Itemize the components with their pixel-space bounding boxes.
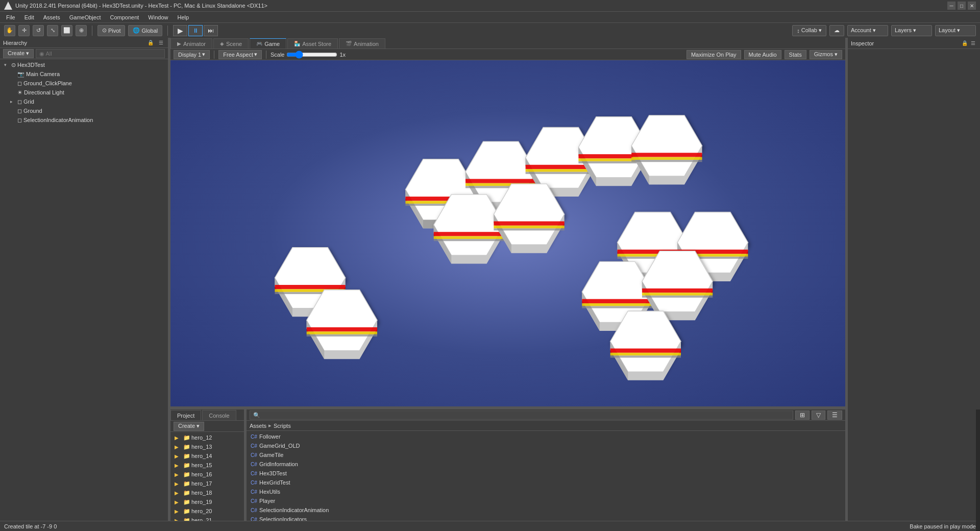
breadcrumb-scripts[interactable]: Scripts (274, 423, 291, 429)
hierarchy-item-dirlight[interactable]: ☀ Directional Light (0, 88, 168, 97)
inspector-top-bar: Inspector 🔒 ☰ (848, 38, 980, 49)
project-create-button[interactable]: Create ▾ (174, 422, 204, 431)
menu-edit[interactable]: Edit (20, 13, 38, 21)
asset-item-gamegrid[interactable]: C# GameGrid_OLD (247, 441, 845, 450)
project-item-hero15[interactable]: ▶ 📁 hero_15 (170, 461, 244, 470)
play-button[interactable]: ▶ (173, 25, 187, 36)
chevron-down-icon: ▾ (202, 51, 205, 58)
close-button[interactable]: ✕ (968, 2, 976, 10)
collab-button[interactable]: ↕ Collab ▾ (792, 25, 826, 36)
layout-dropdown[interactable]: Layout ▾ (935, 25, 976, 36)
collab-icon: ↕ (797, 28, 800, 34)
transform-tool-button[interactable]: ⊕ (76, 25, 87, 36)
project-item-hero21[interactable]: ▶ 📁 hero_21 (170, 516, 244, 521)
global-button[interactable]: 🌐 Global (128, 25, 162, 36)
menu-help[interactable]: Help (173, 13, 193, 21)
move-tool-button[interactable]: ✛ (18, 25, 30, 36)
display-dropdown[interactable]: Display 1 ▾ (174, 50, 210, 59)
item-label: 📁 (183, 471, 190, 478)
maximize-on-play-button[interactable]: Maximize On Play (687, 50, 741, 59)
aspect-dropdown[interactable]: Free Aspect ▾ (218, 50, 262, 59)
hierarchy-create-button[interactable]: Create ▾ (3, 49, 34, 58)
pivot-icon: ⊙ (102, 27, 107, 34)
hierarchy-menu-button[interactable]: ☰ (157, 39, 165, 46)
hierarchy-item-ground[interactable]: ◻ Ground (0, 106, 168, 115)
hierarchy-item-scene[interactable]: ▾ ⊙ Hex3DTest (0, 60, 168, 69)
menu-window[interactable]: Window (144, 13, 172, 21)
project-item-hero13[interactable]: ▶ 📁 hero_13 (170, 442, 244, 451)
project-item-hero17[interactable]: ▶ 📁 hero_17 (170, 479, 244, 488)
breadcrumb-assets[interactable]: Assets (250, 423, 266, 429)
asset-item-selectionanim[interactable]: C# SelectionIndicatorAnimation (247, 505, 845, 515)
menu-assets[interactable]: Assets (39, 13, 64, 21)
cloud-button[interactable]: ☁ (829, 25, 844, 36)
inspector-lock-button[interactable]: 🔒 (960, 40, 969, 46)
project-item-hero19[interactable]: ▶ 📁 hero_19 (170, 497, 244, 506)
bake-status: Bake paused in play mode (910, 523, 976, 529)
asset-item-hex3dtest[interactable]: C# Hex3DTest (247, 469, 845, 478)
tab-animator[interactable]: ▶ Animator (170, 38, 212, 49)
project-item-hero16[interactable]: ▶ 📁 hero_16 (170, 470, 244, 479)
assets-search-input[interactable] (250, 411, 793, 420)
mute-audio-button[interactable]: Mute Audio (744, 50, 781, 59)
script-icon: C# (251, 517, 258, 521)
menu-component[interactable]: Component (106, 13, 143, 21)
asset-item-gametile[interactable]: C# GameTile (247, 450, 845, 460)
step-button[interactable]: ⏭ (204, 25, 218, 36)
scale-tool-button[interactable]: ⤡ (47, 25, 58, 36)
rect-tool-button[interactable]: ⬜ (61, 25, 72, 36)
project-item-hero18[interactable]: ▶ 📁 hero_18 (170, 488, 244, 497)
asset-item-selectionindicators[interactable]: C# SelectionIndicators (247, 515, 845, 521)
tab-animation[interactable]: 🎬 Animation (339, 38, 385, 49)
tab-game[interactable]: 🎮 Game (250, 38, 286, 49)
item-name: hero_15 (191, 462, 212, 468)
scale-slider[interactable] (286, 51, 337, 58)
tab-scene[interactable]: ◈ Scene (213, 38, 249, 49)
project-tab-bar: Project Console (170, 409, 244, 421)
gizmos-dropdown[interactable]: Gizmos ▾ (810, 50, 842, 59)
minimize-button[interactable]: ─ (947, 2, 955, 10)
item-name: hero_13 (191, 444, 212, 450)
svg-rect-52 (307, 327, 377, 331)
stats-button[interactable]: Stats (785, 50, 806, 59)
tab-assetstore[interactable]: 🏪 Asset Store (287, 38, 338, 49)
assets-filter-button[interactable]: ▽ (812, 411, 825, 420)
hierarchy-item-grid[interactable]: ▸ ◻ Grid (0, 97, 168, 106)
menu-file[interactable]: File (2, 13, 19, 21)
svg-marker-9 (465, 172, 483, 211)
layers-dropdown[interactable]: Layers ▾ (891, 25, 932, 36)
hierarchy-lock-button[interactable]: 🔒 (146, 39, 155, 46)
hierarchy-item-clickplane[interactable]: ◻ Ground_ClickPlane (0, 79, 168, 88)
asset-item-follower[interactable]: C# Follower (247, 432, 845, 441)
hierarchy-search[interactable] (36, 49, 165, 58)
assets-list-button[interactable]: ☰ (827, 411, 842, 420)
account-dropdown[interactable]: Account ▾ (847, 25, 888, 36)
script-icon: C# (251, 471, 258, 476)
assets-view-toggle[interactable]: ⊞ (795, 411, 810, 420)
menu-gameobject[interactable]: GameObject (65, 13, 105, 21)
svg-marker-39 (494, 214, 511, 253)
svg-marker-62 (677, 243, 748, 281)
maximize-button[interactable]: □ (958, 2, 966, 10)
pause-button[interactable]: ⏸ (188, 25, 203, 36)
asset-item-player[interactable]: C# Player (247, 496, 845, 505)
project-item-hero20[interactable]: ▶ 📁 hero_20 (170, 506, 244, 516)
hierarchy-item-maincamera[interactable]: 📷 Main Camera (0, 69, 168, 79)
inspector-menu-button[interactable]: ☰ (969, 40, 977, 46)
hex-group-bottomleft (275, 248, 377, 359)
rotate-tool-button[interactable]: ↺ (33, 25, 44, 36)
hierarchy-title: Hierarchy (3, 40, 144, 46)
project-item-hero12[interactable]: ▶ 📁 hero_12 (170, 433, 244, 442)
hierarchy-item-selectionanim[interactable]: ◻ SelectionIndicatorAnimation (0, 115, 168, 125)
svg-marker-67 (582, 261, 652, 322)
asset-item-hexgridtest[interactable]: C# HexGridTest (247, 478, 845, 487)
item-name: hero_20 (191, 508, 212, 514)
tab-console[interactable]: Console (202, 410, 236, 420)
svg-marker-2 (405, 189, 423, 228)
tab-project[interactable]: Project (170, 410, 201, 420)
asset-item-gridinfo[interactable]: C# GridInformation (247, 460, 845, 469)
pivot-button[interactable]: ⊙ Pivot (97, 25, 125, 36)
project-item-hero14[interactable]: ▶ 📁 hero_14 (170, 451, 244, 461)
hand-tool-button[interactable]: ✋ (4, 25, 15, 36)
asset-item-hexutils[interactable]: C# HexUtils (247, 487, 845, 496)
